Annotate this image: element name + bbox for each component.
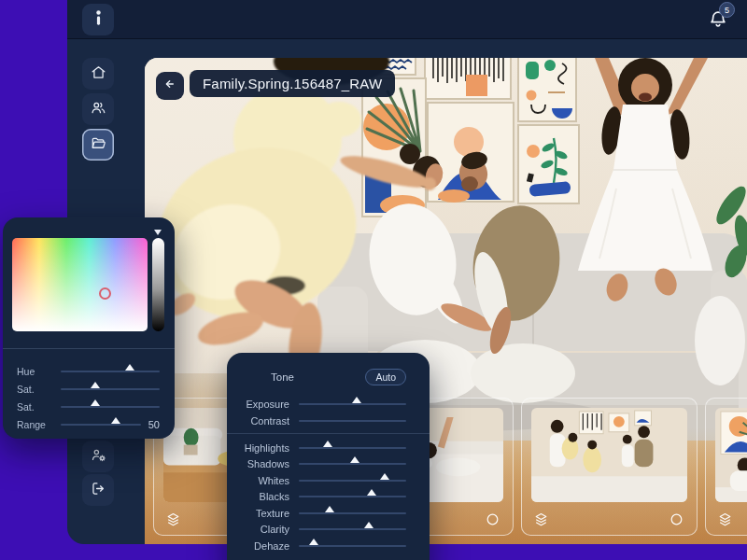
range-slider[interactable]: Range 50 bbox=[17, 418, 160, 430]
slider-thumb[interactable] bbox=[111, 417, 120, 424]
color-picker-handle[interactable] bbox=[99, 287, 111, 300]
filmstrip-card-3[interactable] bbox=[521, 398, 698, 536]
select-circle-icon[interactable] bbox=[669, 511, 684, 527]
sidebar-item-account-settings[interactable] bbox=[82, 441, 114, 472]
thumbnail-image bbox=[531, 408, 687, 502]
whites-slider[interactable]: Whites bbox=[227, 475, 430, 486]
shadows-slider[interactable]: Shadows bbox=[227, 458, 430, 469]
blacks-slider[interactable]: Blacks bbox=[227, 491, 430, 502]
notifications-button[interactable]: 5 bbox=[704, 6, 732, 34]
sidebar-item-logout[interactable] bbox=[82, 474, 114, 506]
highlights-slider[interactable]: Highlights bbox=[227, 442, 430, 454]
slider-thumb[interactable] bbox=[309, 539, 318, 545]
tone-panel-title: Tone bbox=[271, 371, 294, 383]
layers-icon bbox=[165, 511, 181, 527]
info-button[interactable] bbox=[82, 4, 114, 35]
triangle-down-icon[interactable] bbox=[154, 230, 162, 235]
user-gear-icon bbox=[90, 446, 107, 468]
slider-thumb[interactable] bbox=[364, 522, 374, 528]
topbar: 5 bbox=[67, 0, 747, 39]
slider-thumb[interactable] bbox=[350, 456, 359, 463]
clarity-slider[interactable]: Clarity bbox=[227, 524, 430, 535]
slider-thumb[interactable] bbox=[323, 441, 332, 447]
hue-slider[interactable]: Hue bbox=[17, 365, 160, 377]
value-bar[interactable] bbox=[152, 238, 164, 331]
auto-button[interactable]: Auto bbox=[365, 369, 406, 385]
bell-icon bbox=[704, 21, 732, 36]
texture-slider[interactable]: Texture bbox=[227, 508, 430, 519]
logout-icon bbox=[90, 480, 107, 501]
filename-chip: Family.Spring.156487_RAW bbox=[190, 70, 395, 97]
color-panel: Hue Sat. Sat. Range 50 bbox=[3, 217, 175, 439]
info-icon bbox=[90, 9, 107, 31]
home-icon bbox=[90, 63, 107, 85]
sidebar-item-folders[interactable] bbox=[82, 129, 114, 161]
notification-badge: 5 bbox=[719, 2, 735, 18]
arrow-left-icon bbox=[162, 77, 177, 95]
saturation-slider[interactable]: Sat. bbox=[17, 383, 160, 395]
folder-open-icon bbox=[90, 134, 107, 156]
slider-thumb[interactable] bbox=[325, 506, 334, 512]
slider-thumb[interactable] bbox=[352, 397, 361, 403]
exposure-slider[interactable]: Exposure bbox=[227, 399, 430, 410]
sidebar-item-people[interactable] bbox=[82, 93, 114, 125]
select-circle-icon[interactable] bbox=[485, 511, 500, 527]
slider-thumb[interactable] bbox=[91, 382, 100, 388]
filmstrip-card-4[interactable] bbox=[705, 398, 747, 536]
contrast-slider[interactable]: Contrast bbox=[227, 415, 430, 427]
saturation-slider-2[interactable]: Sat. bbox=[17, 400, 160, 413]
slider-thumb[interactable] bbox=[380, 473, 389, 480]
dehaze-slider[interactable]: Dehaze bbox=[227, 540, 430, 552]
filename-label: Family.Spring.156487_RAW bbox=[203, 76, 382, 91]
back-button[interactable] bbox=[156, 72, 184, 100]
people-icon bbox=[90, 99, 107, 120]
thumbnail-image bbox=[715, 408, 747, 502]
color-field[interactable] bbox=[12, 238, 148, 331]
tone-panel: Tone Auto Exposure Contrast Highlights S… bbox=[227, 353, 430, 560]
sidebar-item-home[interactable] bbox=[82, 58, 114, 90]
slider-thumb[interactable] bbox=[367, 489, 376, 496]
slider-thumb[interactable] bbox=[125, 364, 134, 371]
divider bbox=[227, 433, 430, 434]
layers-icon bbox=[717, 511, 733, 527]
layers-icon bbox=[533, 511, 549, 527]
slider-thumb[interactable] bbox=[91, 399, 100, 406]
